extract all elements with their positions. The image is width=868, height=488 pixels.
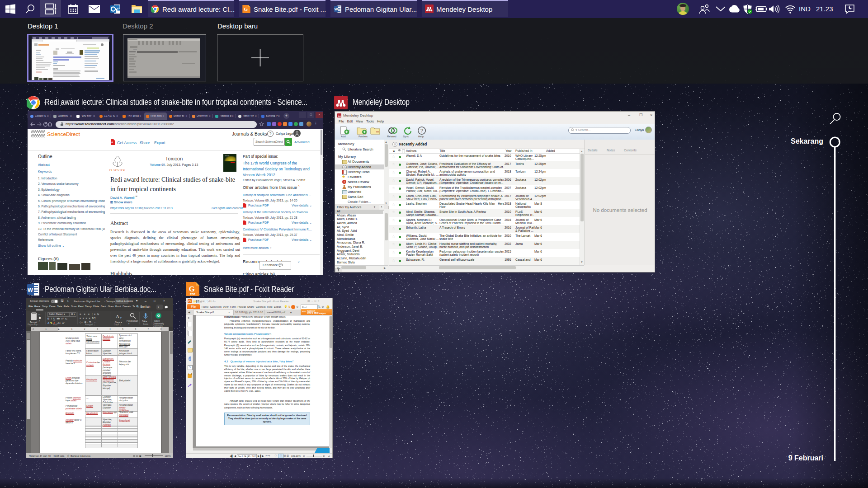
svg-text:G: G [244, 6, 248, 12]
svg-text:PDF: PDF [190, 293, 195, 296]
svg-text:W: W [335, 7, 338, 11]
svg-text:A: A [111, 141, 113, 144]
svg-text:?: ? [420, 128, 423, 133]
svg-text:W: W [28, 286, 33, 293]
svg-text:G: G [189, 285, 194, 293]
svg-text:A: A [116, 314, 119, 319]
